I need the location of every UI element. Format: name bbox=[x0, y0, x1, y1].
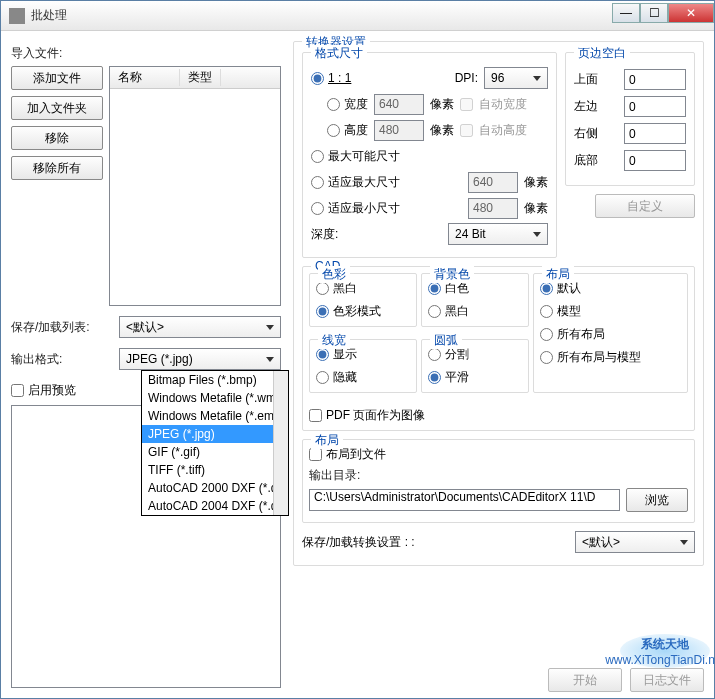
dropdown-scrollbar[interactable] bbox=[273, 371, 288, 515]
margin-bottom-input[interactable]: 0 bbox=[624, 150, 686, 171]
margins-group: 页边空白 上面0 左边0 右侧0 底部0 bbox=[565, 52, 695, 186]
pdf-as-image-checkbox[interactable] bbox=[309, 409, 322, 422]
remove-button[interactable]: 移除 bbox=[11, 126, 103, 150]
depth-select[interactable]: 24 Bit bbox=[448, 223, 548, 245]
custom-button: 自定义 bbox=[595, 194, 695, 218]
auto-height-checkbox bbox=[460, 124, 473, 137]
fmt-option-selected[interactable]: JPEG (*.jpg) bbox=[142, 425, 288, 443]
lw-hide-radio[interactable] bbox=[316, 371, 329, 384]
layout-to-file-checkbox[interactable] bbox=[309, 448, 322, 461]
saveconv-select[interactable]: <默认> bbox=[575, 531, 695, 553]
browse-button[interactable]: 浏览 bbox=[626, 488, 688, 512]
format-size-group: 格式尺寸 1 : 1 DPI: 96 宽度 640 像素 bbox=[302, 52, 557, 258]
output-format-dropdown[interactable]: Bitmap Files (*.bmp) Windows Metafile (*… bbox=[141, 370, 289, 516]
enable-preview-label: 启用预览 bbox=[28, 382, 76, 399]
fmt-option[interactable]: TIFF (*.tiff) bbox=[142, 461, 288, 479]
fitmin-input[interactable]: 480 bbox=[468, 198, 518, 219]
col-name[interactable]: 名称 bbox=[110, 69, 180, 86]
layout-output-group: 布局 布局到文件 输出目录: C:\Users\Administrator\Do… bbox=[302, 439, 695, 523]
add-files-button[interactable]: 添加文件 bbox=[11, 66, 103, 90]
fmt-option[interactable]: AutoCAD 2000 DXF (*.dx bbox=[142, 479, 288, 497]
margin-right-input[interactable]: 0 bbox=[624, 123, 686, 144]
ratio-1to1-radio[interactable] bbox=[311, 72, 324, 85]
savelist-label: 保存/加载列表: bbox=[11, 319, 111, 336]
output-dir-input[interactable]: C:\Users\Administrator\Documents\CADEdit… bbox=[309, 489, 620, 511]
savelist-select[interactable]: <默认> bbox=[119, 316, 281, 338]
margin-left-input[interactable]: 0 bbox=[624, 96, 686, 117]
fmt-option[interactable]: Windows Metafile (*.em bbox=[142, 407, 288, 425]
fmt-option[interactable]: Bitmap Files (*.bmp) bbox=[142, 371, 288, 389]
color-bw-radio[interactable] bbox=[316, 282, 329, 295]
outfmt-label: 输出格式: bbox=[11, 351, 111, 368]
layout-all-radio[interactable] bbox=[540, 328, 553, 341]
batch-window: 批处理 — ☐ ✕ 导入文件: 添加文件 加入文件夹 移除 移除所有 名称 类型 bbox=[0, 0, 715, 699]
log-button[interactable]: 日志文件 bbox=[630, 668, 704, 692]
converter-settings: 转换器设置 格式尺寸 1 : 1 DPI: 96 宽 bbox=[293, 41, 704, 566]
maximize-button[interactable]: ☐ bbox=[640, 3, 668, 23]
enable-preview-checkbox[interactable] bbox=[11, 384, 24, 397]
lw-show-radio[interactable] bbox=[316, 348, 329, 361]
layout-allm-radio[interactable] bbox=[540, 351, 553, 364]
import-label: 导入文件: bbox=[11, 45, 281, 62]
margin-top-input[interactable]: 0 bbox=[624, 69, 686, 90]
color-mode-radio[interactable] bbox=[316, 305, 329, 318]
auto-width-checkbox bbox=[460, 98, 473, 111]
layout-model-radio[interactable] bbox=[540, 305, 553, 318]
fmt-option[interactable]: GIF (*.gif) bbox=[142, 443, 288, 461]
app-icon bbox=[9, 8, 25, 24]
fitmin-radio[interactable] bbox=[311, 202, 324, 215]
minimize-button[interactable]: — bbox=[612, 3, 640, 23]
fitmax-input[interactable]: 640 bbox=[468, 172, 518, 193]
start-button[interactable]: 开始 bbox=[548, 668, 622, 692]
arc-smooth-radio[interactable] bbox=[428, 371, 441, 384]
output-format-select[interactable]: JPEG (*.jpg) bbox=[119, 348, 281, 370]
fitmax-radio[interactable] bbox=[311, 176, 324, 189]
height-radio[interactable] bbox=[327, 124, 340, 137]
width-radio[interactable] bbox=[327, 98, 340, 111]
col-type[interactable]: 类型 bbox=[180, 69, 221, 86]
dpi-select[interactable]: 96 bbox=[484, 67, 548, 89]
fmt-option[interactable]: AutoCAD 2004 DXF (*.dx bbox=[142, 497, 288, 515]
file-list-header: 名称 类型 bbox=[110, 67, 280, 89]
fmt-option[interactable]: Windows Metafile (*.wm bbox=[142, 389, 288, 407]
close-button[interactable]: ✕ bbox=[668, 3, 714, 23]
bg-black-radio[interactable] bbox=[428, 305, 441, 318]
remove-all-button[interactable]: 移除所有 bbox=[11, 156, 103, 180]
add-folder-button[interactable]: 加入文件夹 bbox=[11, 96, 103, 120]
bg-white-radio[interactable] bbox=[428, 282, 441, 295]
layout-default-radio[interactable] bbox=[540, 282, 553, 295]
arc-split-radio[interactable] bbox=[428, 348, 441, 361]
cad-group: CAD 色彩 黑白 色彩模式 背景色 白色 黑白 bbox=[302, 266, 695, 431]
window-title: 批处理 bbox=[31, 7, 612, 24]
height-input[interactable]: 480 bbox=[374, 120, 424, 141]
file-list[interactable]: 名称 类型 bbox=[109, 66, 281, 306]
width-input[interactable]: 640 bbox=[374, 94, 424, 115]
max-size-radio[interactable] bbox=[311, 150, 324, 163]
titlebar: 批处理 — ☐ ✕ bbox=[1, 1, 714, 31]
